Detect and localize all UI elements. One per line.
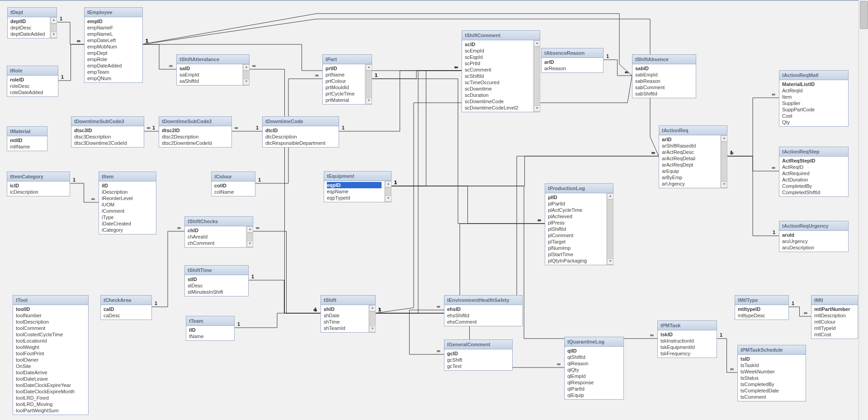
field-toolLRD_Moving[interactable]: toolLRD_Moving xyxy=(16,401,85,407)
table-header[interactable]: tColour xyxy=(212,172,255,181)
field-qlID[interactable]: qlID xyxy=(567,348,621,354)
table-header[interactable]: tEnvironmentHealthSafety xyxy=(444,296,522,305)
field-stMinutesInShift[interactable]: stMinutesInShift xyxy=(188,289,245,295)
field-ActDuration[interactable]: ActDuration xyxy=(782,177,845,183)
field-plPartId[interactable]: plPartId xyxy=(548,200,604,207)
table-tColour[interactable]: tColourcolIDcolName xyxy=(211,172,255,196)
field-empMobNum[interactable]: empMobNum xyxy=(87,43,140,50)
field-qlShiftId[interactable]: qlShiftId xyxy=(567,354,621,360)
field-toolDateClockExpireMonth[interactable]: toolDateClockExpireMonth xyxy=(16,388,85,395)
field-Cost[interactable]: Cost xyxy=(782,113,845,119)
field-list[interactable]: tsIDtsTaskIdtsWeekNumbertsStatustsComple… xyxy=(738,355,806,401)
table-tShiftTime[interactable]: tShiftTimestIDstDescstMinutesInShift xyxy=(184,265,249,296)
scroll-thumb[interactable] xyxy=(243,71,250,80)
field-mtlDescription[interactable]: mtlDescription xyxy=(814,312,855,319)
field-plStartTime[interactable]: plStartTime xyxy=(548,251,604,258)
field-dtsc3ID[interactable]: dtsc3ID xyxy=(74,127,141,134)
field-plPress[interactable]: plPress xyxy=(548,220,604,226)
field-deptID[interactable]: deptID xyxy=(10,18,47,24)
field-roleDesc[interactable]: roleDesc xyxy=(10,83,55,89)
field-ActReqId[interactable]: ActReqId xyxy=(782,87,845,94)
table-tItem[interactable]: tItemiIDiDescriptioniReorderLeveliUOMiCo… xyxy=(99,172,156,234)
field-arID[interactable]: arID xyxy=(544,59,600,65)
field-arID[interactable]: arID xyxy=(662,136,717,143)
field-mtlColour[interactable]: mtlColour xyxy=(814,319,855,325)
field-iCategory[interactable]: iCategory xyxy=(102,227,153,233)
scroll-thumb[interactable] xyxy=(534,47,540,106)
field-list[interactable]: tskIDtskInstructionIdtskEquipmentIdtskFr… xyxy=(658,330,717,358)
field-list[interactable]: mtlIDmtlName xyxy=(7,136,47,151)
table-tDowntimeCode[interactable]: tDowntimeCodedtcIDdtcDescriptiondtcRespo… xyxy=(262,116,339,148)
field-dtsc2DowntimeCodeId[interactable]: dtsc2DowntimeCodeId xyxy=(162,140,229,146)
table-tEquipment[interactable]: tEquipmenteqpIDeqpNameeqpTypeId▴▾ xyxy=(324,171,392,202)
field-caID[interactable]: caID xyxy=(104,306,149,312)
table-header[interactable]: tShiftTime xyxy=(185,266,248,275)
field-tsCompletedBy[interactable]: tsCompletedBy xyxy=(741,381,803,387)
table-header[interactable]: tTool xyxy=(13,296,88,305)
field-arActReqDetail[interactable]: arActReqDetail xyxy=(662,155,717,162)
field-plQtyInPackaging[interactable]: plQtyInPackaging xyxy=(548,258,604,264)
field-dtcDescription[interactable]: dtcDescription xyxy=(265,134,336,140)
table-header[interactable]: tEquipment xyxy=(324,172,391,181)
field-saEmpId[interactable]: saEmpId xyxy=(179,72,240,78)
field-empDept[interactable]: empDept xyxy=(87,50,140,56)
field-empDateLeft[interactable]: empDateLeft xyxy=(87,37,140,43)
scroll-down-icon[interactable]: ▾ xyxy=(385,196,392,202)
field-list[interactable]: caIDcaDesc xyxy=(101,305,151,320)
field-empQNum[interactable]: empQNum xyxy=(87,75,140,81)
field-stDesc[interactable]: stDesc xyxy=(188,282,245,289)
table-tAbsenceReason[interactable]: tAbsenceReasonarIDarReason xyxy=(541,48,604,73)
field-toolOwner[interactable]: toolOwner xyxy=(16,357,85,363)
field-qlQty[interactable]: qlQty xyxy=(567,367,621,373)
field-toolID[interactable]: toolID xyxy=(16,306,85,312)
field-Qty[interactable]: Qty xyxy=(782,119,845,125)
field-stID[interactable]: stID xyxy=(188,276,245,282)
table-header[interactable]: tDept xyxy=(8,8,57,17)
table-header[interactable]: tPMTask xyxy=(658,321,717,330)
field-list[interactable]: toolIDtoolNumbertoolDescriptiontoolComme… xyxy=(13,305,88,415)
table-header[interactable]: tTeam xyxy=(186,316,234,326)
field-list[interactable]: aruIdaruUrgencyaruDescription xyxy=(779,231,848,252)
table-tRole[interactable]: tRoleroleIDroleDescroleDateAdded xyxy=(7,66,58,97)
field-chAreaId[interactable]: chAreaId xyxy=(188,234,243,240)
table-header[interactable]: tActionReqStep xyxy=(779,147,848,157)
table-header[interactable]: tMtl xyxy=(811,296,858,305)
scroll-up-icon[interactable]: ▴ xyxy=(721,135,727,142)
field-list[interactable]: plIDplPartIdplActCycleTimeplAchievedplPr… xyxy=(545,193,606,265)
field-list[interactable]: shIDshDateshTimeshTeamId xyxy=(321,305,368,332)
field-empNameF[interactable]: empNameF xyxy=(87,24,140,31)
scroll-thumb[interactable] xyxy=(51,24,57,33)
table-header[interactable]: tActionReqUrgency xyxy=(779,221,848,231)
listbox-scrollbar[interactable]: ▴▾ xyxy=(368,305,375,332)
table-tActionReq[interactable]: tActionReqarIDarShiftRaisedIdarActReqDes… xyxy=(659,125,727,188)
field-list[interactable]: MaterialListIDActReqIdItemSupplierSuppPa… xyxy=(779,80,848,126)
table-tShiftAbsence[interactable]: tShiftAbsencesabIDsabEmpIdsabReasonsabCo… xyxy=(632,54,696,98)
field-Item[interactable]: Item xyxy=(782,94,845,100)
table-header[interactable]: tRole xyxy=(7,66,58,76)
table-tDowntimeSubCode2[interactable]: tDowntimeSubCode2dtsc2IDdtsc2Description… xyxy=(159,116,232,148)
field-sabEmpId[interactable]: sabEmpId xyxy=(635,72,693,78)
field-dtsc2Description[interactable]: dtsc2Description xyxy=(162,134,229,140)
table-header[interactable]: tMtlType xyxy=(735,296,788,305)
field-sabComment[interactable]: sabComment xyxy=(635,84,693,91)
field-deptDesc[interactable]: deptDesc xyxy=(10,24,47,31)
field-shTime[interactable]: shTime xyxy=(324,319,366,325)
listbox-scrollbar[interactable]: ▴▾ xyxy=(533,40,540,112)
field-ActReqID[interactable]: ActReqID xyxy=(782,164,845,170)
table-tTeam[interactable]: tTeamtIDtName xyxy=(186,316,235,341)
scroll-down-icon[interactable]: ▾ xyxy=(366,98,372,104)
field-tsCompletedDate[interactable]: tsCompletedDate xyxy=(741,387,803,394)
field-empID[interactable]: empID xyxy=(87,18,140,24)
table-header[interactable]: tShift xyxy=(321,296,375,305)
listbox-scrollbar[interactable]: ▴▾ xyxy=(606,193,613,265)
table-header[interactable]: tDowntimeSubCode2 xyxy=(159,117,231,126)
table-tMtl[interactable]: tMtlmtlPartNumbermtlDescriptionmtlColour… xyxy=(811,295,858,339)
field-empDateAdded[interactable]: empDateAdded xyxy=(87,62,140,69)
table-tEnvironmentHealthSafety[interactable]: tEnvironmentHealthSafetyehsIDehsShiftIde… xyxy=(444,295,523,326)
table-tMtlType[interactable]: tMtlTypemtltypeIDmtltypeDesc xyxy=(735,295,789,320)
table-header[interactable]: tQuarantineLog xyxy=(565,337,623,347)
scroll-up-icon[interactable]: ▴ xyxy=(243,64,250,71)
field-plComment[interactable]: plComment xyxy=(548,232,604,239)
field-iDateCreated[interactable]: iDateCreated xyxy=(102,220,153,227)
field-eqpID[interactable]: eqpID xyxy=(327,182,382,188)
